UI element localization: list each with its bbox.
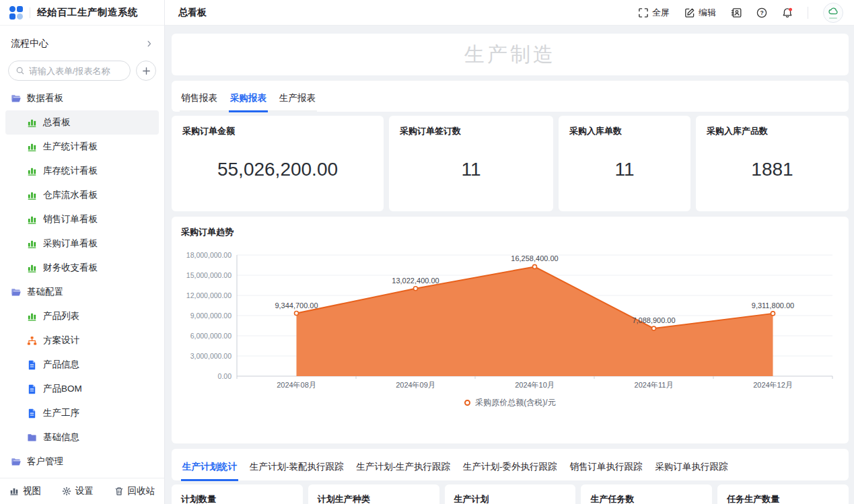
footer-设置-button[interactable]: 设置: [62, 485, 94, 497]
tab-采购报表[interactable]: 采购报表: [229, 84, 268, 112]
chart-icon: [27, 263, 37, 273]
svg-text:12,000,000.00: 12,000,000.00: [186, 291, 232, 299]
tree-icon: [27, 336, 37, 346]
bottom-kpi-label: 生产任务数: [590, 493, 703, 504]
sidebar-item-label: 基础信息: [43, 431, 79, 443]
tab-销售订单执行跟踪[interactable]: 销售订单执行跟踪: [569, 453, 644, 481]
sidebar-item-总看板[interactable]: 总看板: [5, 110, 159, 135]
search-input[interactable]: [29, 66, 123, 76]
chart-icon: [9, 487, 19, 496]
bottom-kpi-card-生产计划: 生产计划: [445, 484, 576, 504]
bottom-kpi-card-生产任务数: 生产任务数: [581, 484, 712, 504]
kpi-label: 采购订单签订数: [400, 125, 542, 137]
sidebar-item-销售订单看板[interactable]: 销售订单看板: [5, 207, 159, 231]
chart-icon: [27, 190, 37, 201]
chart-legend[interactable]: 采购原价总额(含税)/元: [172, 397, 849, 408]
svg-text:2024年10月: 2024年10月: [515, 381, 555, 389]
chart-icon: [27, 239, 37, 249]
sidebar-item-财务收支看板[interactable]: 财务收支看板: [5, 256, 159, 280]
footer-视图-button[interactable]: 视图: [9, 485, 41, 497]
kpi-value: 1881: [751, 159, 793, 180]
tab-生产计划-委外执行跟踪[interactable]: 生产计划-委外执行跟踪: [462, 453, 559, 481]
sidebar-item-客户管理[interactable]: 客户管理: [5, 449, 159, 474]
folder-open-icon: [11, 94, 21, 104]
topbar: 总看板 全屏编辑?: [165, 0, 854, 26]
user-avatar[interactable]: [823, 3, 843, 23]
sidebar-item-label: 生产统计看板: [43, 141, 98, 153]
tab-生产计划-生产执行跟踪[interactable]: 生产计划-生产执行跟踪: [355, 453, 452, 481]
kpi-card-采购订单金额: 采购订单金额 55,026,200.00: [172, 116, 384, 211]
svg-text:9,000,000.00: 9,000,000.00: [190, 312, 232, 320]
folder-open-icon: [11, 287, 21, 297]
sidebar-item-数据看板[interactable]: 数据看板: [5, 86, 159, 110]
fullscreen-button[interactable]: 全屏: [638, 7, 670, 19]
folder-icon: [27, 433, 37, 443]
address-book-button[interactable]: [731, 7, 742, 18]
bottom-kpi-row: 计划数量计划生产种类生产计划生产任务数任务生产数量: [172, 484, 849, 504]
chart-icon: [27, 166, 37, 176]
sidebar-item-生产工序[interactable]: 生产工序: [5, 401, 159, 425]
tab-生产报表[interactable]: 生产报表: [278, 84, 317, 112]
bell-icon: [782, 7, 793, 18]
add-button[interactable]: [136, 61, 156, 81]
svg-text:0.00: 0.00: [218, 372, 232, 380]
fullscreen-icon: [638, 7, 649, 18]
edit-icon: [684, 7, 695, 18]
sidebar-item-仓库流水看板[interactable]: 仓库流水看板: [5, 183, 159, 207]
sidebar-item-产品BOM[interactable]: 产品BOM: [5, 377, 159, 401]
chart-card: 采购订单趋势 0.003,000,000.006,000,000.009,000…: [172, 217, 849, 443]
sidebar-search-row: [0, 57, 164, 85]
svg-text:?: ?: [760, 9, 763, 16]
tracking-tabs-card: 生产计划统计生产计划-装配执行跟踪生产计划-生产执行跟踪生产计划-委外执行跟踪销…: [172, 449, 849, 480]
footer-回收站-button[interactable]: 回收站: [114, 485, 155, 497]
kpi-value: 55,026,200.00: [217, 159, 338, 180]
svg-text:7,088,900.00: 7,088,900.00: [632, 316, 675, 324]
sidebar-item-生产统计看板[interactable]: 生产统计看板: [5, 135, 159, 159]
svg-text:16,258,400.00: 16,258,400.00: [511, 254, 558, 262]
kpi-card-采购订单签订数: 采购订单签订数 11: [389, 116, 553, 211]
sidebar-item-label: 仓库流水看板: [43, 189, 98, 201]
help-icon: ?: [756, 7, 767, 18]
notification-button[interactable]: [782, 7, 793, 18]
search-icon: [15, 66, 25, 75]
tab-采购订单执行跟踪[interactable]: 采购订单执行跟踪: [654, 453, 730, 481]
svg-text:9,344,700.00: 9,344,700.00: [275, 301, 318, 310]
purchase-trend-chart: 0.003,000,000.006,000,000.009,000,000.00…: [172, 242, 849, 394]
sidebar-item-采购订单看板[interactable]: 采购订单看板: [5, 231, 159, 256]
report-tabs-card: 销售报表采购报表生产报表: [172, 81, 849, 112]
kpi-label: 采购订单金额: [182, 125, 373, 137]
sidebar-item-方案设计[interactable]: 方案设计: [5, 328, 159, 353]
chart-icon: [27, 312, 37, 322]
bottom-kpi-label: 计划生产种类: [318, 493, 430, 504]
app-logo-icon: [9, 6, 23, 20]
tab-生产计划-装配执行跟踪[interactable]: 生产计划-装配执行跟踪: [248, 453, 345, 481]
search-box[interactable]: [8, 61, 131, 81]
svg-text:2024年09月: 2024年09月: [396, 381, 435, 389]
sidebar-item-label: 基础配置: [27, 286, 63, 298]
sidebar-item-label: 产品列表: [43, 310, 79, 322]
sidebar-item-基础信息[interactable]: 基础信息: [5, 425, 159, 449]
book-icon: [731, 7, 742, 18]
sidebar-item-label: 总看板: [43, 116, 71, 129]
svg-text:13,022,400.00: 13,022,400.00: [392, 277, 439, 285]
chart-title: 采购订单趋势: [172, 226, 849, 238]
svg-text:2024年12月: 2024年12月: [753, 381, 793, 389]
svg-text:18,000,000.00: 18,000,000.00: [186, 251, 232, 259]
gear-icon: [62, 487, 71, 496]
sidebar-item-label: 财务收支看板: [43, 262, 98, 274]
sidebar-item-产品列表[interactable]: 产品列表: [5, 304, 159, 328]
dashboard-content: 生产制造 销售报表采购报表生产报表 采购订单金额 55,026,200.00采购…: [165, 26, 854, 504]
help-button[interactable]: ?: [756, 7, 767, 18]
tracking-tabs: 生产计划统计生产计划-装配执行跟踪生产计划-生产执行跟踪生产计划-委外执行跟踪销…: [181, 453, 730, 481]
tab-销售报表[interactable]: 销售报表: [180, 84, 219, 112]
logo-row: 经始百工生产制造系统: [0, 0, 164, 26]
sidebar-item-库存统计看板[interactable]: 库存统计看板: [5, 159, 159, 183]
edit-button[interactable]: 编辑: [684, 7, 716, 19]
sidebar-item-label: 销售订单看板: [43, 213, 98, 225]
sidebar-item-基础配置[interactable]: 基础配置: [5, 280, 159, 304]
tab-生产计划统计[interactable]: 生产计划统计: [181, 453, 238, 481]
kpi-row: 采购订单金额 55,026,200.00采购订单签订数 11采购入库单数 11采…: [172, 116, 849, 211]
process-center-item[interactable]: 流程中心: [0, 31, 164, 57]
sidebar-item-产品信息[interactable]: 产品信息: [5, 353, 159, 377]
topbar-actions: 全屏编辑?: [638, 3, 843, 23]
